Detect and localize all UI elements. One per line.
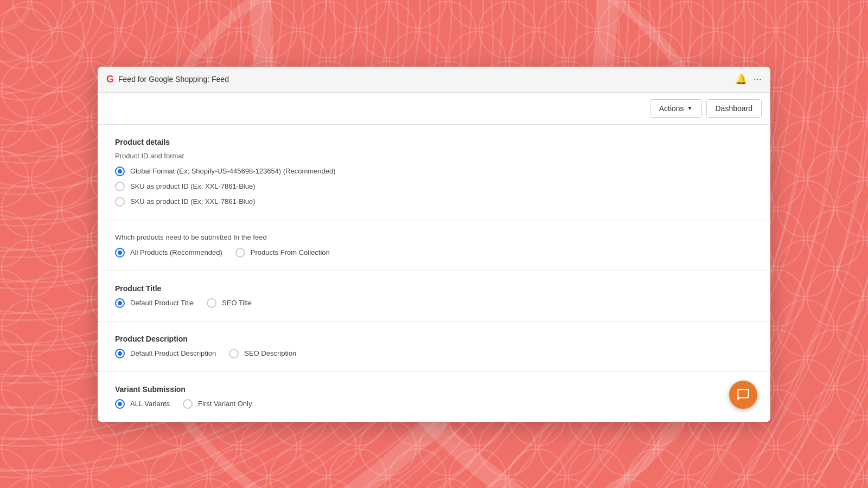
content-area: Product details Product ID and format Gl… [98, 125, 770, 422]
dashboard-button[interactable]: Dashboard [706, 99, 762, 118]
radio-global-format[interactable] [115, 166, 125, 176]
radio-group-products-submitted: All Products (Recommended) Products From… [115, 248, 753, 258]
title-product-description: Product Description [115, 335, 753, 343]
radio-item-all-products[interactable]: All Products (Recommended) [115, 248, 222, 258]
chat-icon [736, 388, 750, 402]
title-product-title: Product Title [115, 284, 753, 293]
radio-item-seo-description[interactable]: SEO Description [229, 349, 296, 358]
section-product-details: Product details Product ID and format Gl… [98, 125, 770, 220]
title-bar-right: 🔔 ··· [735, 73, 762, 85]
subtitle-products-submitted: Which products need to be submitted In t… [115, 233, 753, 241]
title-bar: G Feed for Google Shopping: Feed 🔔 ··· [98, 67, 770, 93]
section-variant-submission: Variant Submission ALL Variants First Va… [98, 372, 770, 422]
app-logo: G [106, 74, 114, 85]
radio-products-collection[interactable] [235, 248, 245, 258]
section-products-submitted: Which products need to be submitted In t… [98, 220, 770, 271]
radio-default-title[interactable] [115, 298, 125, 308]
section-product-title: Product Title Default Product Title SEO … [98, 271, 770, 322]
radio-item-default-title[interactable]: Default Product Title [115, 298, 194, 308]
radio-item-sku-1[interactable]: SKU as product ID (Ex: XXL-7861-Blue) [115, 182, 753, 191]
radio-sku-1[interactable] [115, 182, 125, 191]
radio-item-all-variants[interactable]: ALL Variants [115, 399, 170, 409]
radio-seo-description[interactable] [229, 349, 239, 358]
radio-item-sku-2[interactable]: SKU as product ID (Ex: XXL-7861-Blue) [115, 197, 753, 207]
radio-item-seo-title[interactable]: SEO Title [207, 298, 252, 308]
radio-sku-2[interactable] [115, 197, 125, 207]
pin-icon[interactable]: 🔔 [735, 73, 747, 85]
radio-group-product-description: Default Product Description SEO Descript… [115, 349, 753, 358]
title-variant-submission: Variant Submission [115, 385, 753, 394]
radio-default-description[interactable] [115, 349, 125, 358]
section-product-description: Product Description Default Product Desc… [98, 322, 770, 372]
radio-item-default-description[interactable]: Default Product Description [115, 349, 216, 358]
radio-item-products-from-collection[interactable]: Products From Collection [235, 248, 330, 258]
radio-first-variant[interactable] [183, 399, 193, 409]
section-title-product-details: Product details [115, 138, 753, 146]
radio-group-variant-submission: ALL Variants First Variant Only [115, 399, 753, 409]
radio-group-product-id: Global Format (Ex: Shopify-US-445698-123… [115, 166, 753, 207]
chevron-down-icon: ▼ [687, 105, 693, 111]
radio-item-first-variant[interactable]: First Variant Only [183, 399, 252, 409]
radio-all-variants[interactable] [115, 399, 125, 409]
main-window: G Feed for Google Shopping: Feed 🔔 ··· A… [98, 67, 770, 422]
radio-seo-title[interactable] [207, 298, 216, 308]
chat-button[interactable] [729, 381, 757, 409]
radio-group-product-title: Default Product Title SEO Title [115, 298, 753, 308]
title-bar-left: G Feed for Google Shopping: Feed [106, 74, 229, 85]
radio-item-global-format[interactable]: Global Format (Ex: Shopify-US-445698-123… [115, 166, 753, 176]
section-subtitle-product-id: Product ID and format [115, 152, 753, 160]
more-options-icon[interactable]: ··· [754, 74, 762, 85]
radio-all-products[interactable] [115, 248, 125, 258]
toolbar: Actions ▼ Dashboard [98, 93, 770, 125]
actions-button[interactable]: Actions ▼ [650, 99, 702, 118]
window-title: Feed for Google Shopping: Feed [118, 75, 229, 84]
